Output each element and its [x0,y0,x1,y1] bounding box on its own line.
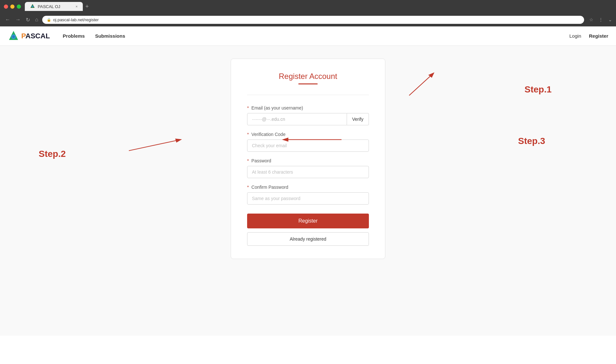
required-star-2: * [247,132,249,137]
password-label: * Password [247,158,369,163]
already-registered-button[interactable]: Already registered [247,232,369,246]
svg-point-1 [32,5,34,7]
step1-label: Step.1 [525,84,552,95]
svg-line-7 [129,139,180,150]
nav-problems-link[interactable]: Problems [63,33,85,39]
home-button[interactable]: ⌂ [34,15,40,24]
required-star: * [247,105,249,110]
tab-close-button[interactable]: × [76,5,78,8]
forward-button[interactable]: → [14,15,22,24]
email-label: * Email (as your username) [247,105,369,110]
form-divider [247,95,369,95]
verification-label: * Verification Code [247,132,369,137]
required-star-3: * [247,158,249,163]
logo-icon [8,30,19,42]
required-star-4: * [247,185,249,190]
close-window-button[interactable] [4,5,8,9]
verification-input[interactable] [247,139,369,152]
browser-tab[interactable]: PASCAL OJ × [25,2,83,11]
header-actions: Login Register [569,33,608,39]
verification-group: * Verification Code [247,132,369,152]
title-underline [298,83,318,84]
nav-submissions-link[interactable]: Submissions [95,33,125,39]
main-area: Step.1 Step.2 Step.3 Register Account [0,46,616,336]
email-input[interactable] [247,113,347,125]
confirm-password-input[interactable] [247,192,369,205]
page-content: PASCAL Problems Submissions Login Regist… [0,26,616,364]
register-card: Register Account * Email (as your userna… [231,59,385,259]
logo-text: PASCAL [21,32,50,40]
browser-chrome: PASCAL OJ × + ← → ↻ ⌂ 🔒 oj.pascal-lab.ne… [0,0,616,26]
step2-label: Step.2 [39,149,66,159]
tab-favicon-icon [30,4,35,9]
svg-point-4 [12,35,15,38]
refresh-button[interactable]: ↻ [24,15,31,24]
step3-label: Step.3 [518,136,545,146]
main-nav: Problems Submissions [63,33,125,39]
card-title: Register Account [247,72,369,81]
svg-line-6 [409,73,433,96]
browser-navbar: ← → ↻ ⌂ 🔒 oj.pascal-lab.net/register ☆ ⋮… [0,13,616,26]
password-group: * Password [247,158,369,178]
login-button[interactable]: Login [569,33,581,39]
register-submit-button[interactable]: Register [247,214,369,228]
confirm-password-group: * Confirm Password [247,185,369,205]
back-button[interactable]: ← [4,15,12,24]
password-input[interactable] [247,166,369,178]
tab-title: PASCAL OJ [38,4,60,9]
lock-icon: 🔒 [47,18,51,22]
new-tab-button[interactable]: + [85,3,89,10]
dropdown-icon[interactable]: ⌄ [608,17,612,22]
verify-button[interactable]: Verify [347,113,369,125]
minimize-window-button[interactable] [10,5,14,9]
confirm-password-label: * Confirm Password [247,185,369,190]
email-input-row: Verify [247,113,369,125]
address-bar[interactable]: 🔒 oj.pascal-lab.net/register [42,16,584,24]
bookmark-icon[interactable]: ☆ [589,17,593,22]
maximize-window-button[interactable] [17,5,21,9]
logo[interactable]: PASCAL [8,30,50,42]
site-header: PASCAL Problems Submissions Login Regist… [0,26,616,46]
more-options-button[interactable]: ⋮ [599,17,603,22]
email-group: * Email (as your username) Verify [247,105,369,125]
url-text: oj.pascal-lab.net/register [53,17,99,22]
browser-titlebar: PASCAL OJ × + [0,0,616,13]
traffic-lights [4,5,21,9]
register-header-button[interactable]: Register [589,33,608,39]
